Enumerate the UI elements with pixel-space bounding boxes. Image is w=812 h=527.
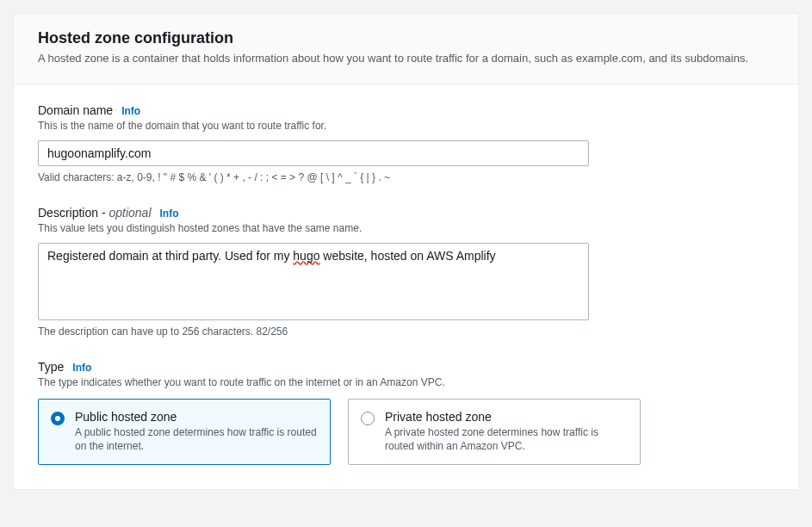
description-label: Description - optional	[38, 206, 152, 220]
description-field: Description - optional Info This value l…	[38, 206, 774, 338]
form-body: Domain name Info This is the name of the…	[14, 84, 798, 489]
panel-header: Hosted zone configuration A hosted zone …	[14, 14, 798, 84]
type-hint: The type indicates whether you want to r…	[38, 375, 774, 390]
public-hosted-zone-radio[interactable]: Public hosted zone A public hosted zone …	[38, 399, 331, 466]
private-radio-desc: A private hosted zone determines how tra…	[385, 425, 628, 455]
private-radio-title: Private hosted zone	[385, 410, 628, 424]
domain-name-hint: This is the name of the domain that you …	[38, 119, 774, 133]
domain-name-label: Domain name	[38, 103, 113, 117]
panel-title: Hosted zone configuration	[38, 29, 774, 47]
panel-subtitle: A hosted zone is a container that holds …	[38, 51, 774, 66]
domain-name-field: Domain name Info This is the name of the…	[38, 103, 774, 183]
domain-name-input[interactable]	[38, 140, 589, 166]
radio-unselected-icon	[361, 412, 375, 425]
radio-selected-icon	[51, 412, 65, 425]
domain-name-info-link[interactable]: Info	[121, 105, 140, 117]
description-input[interactable]: Registered domain at third party. Used f…	[38, 243, 589, 320]
description-hint: This value lets you distinguish hosted z…	[38, 221, 774, 236]
type-field: Type Info The type indicates whether you…	[38, 360, 774, 465]
type-label: Type	[38, 360, 64, 374]
type-info-link[interactable]: Info	[72, 362, 91, 374]
hosted-zone-config-panel: Hosted zone configuration A hosted zone …	[13, 13, 799, 490]
type-radio-group: Public hosted zone A public hosted zone …	[38, 399, 774, 466]
private-hosted-zone-radio[interactable]: Private hosted zone A private hosted zon…	[348, 399, 641, 466]
public-radio-title: Public hosted zone	[75, 410, 318, 424]
description-info-link[interactable]: Info	[160, 208, 179, 220]
domain-name-constraint: Valid characters: a-z, 0-9, ! " # $ % & …	[38, 171, 774, 183]
public-radio-desc: A public hosted zone determines how traf…	[75, 425, 318, 455]
description-constraint: The description can have up to 256 chara…	[38, 326, 774, 338]
